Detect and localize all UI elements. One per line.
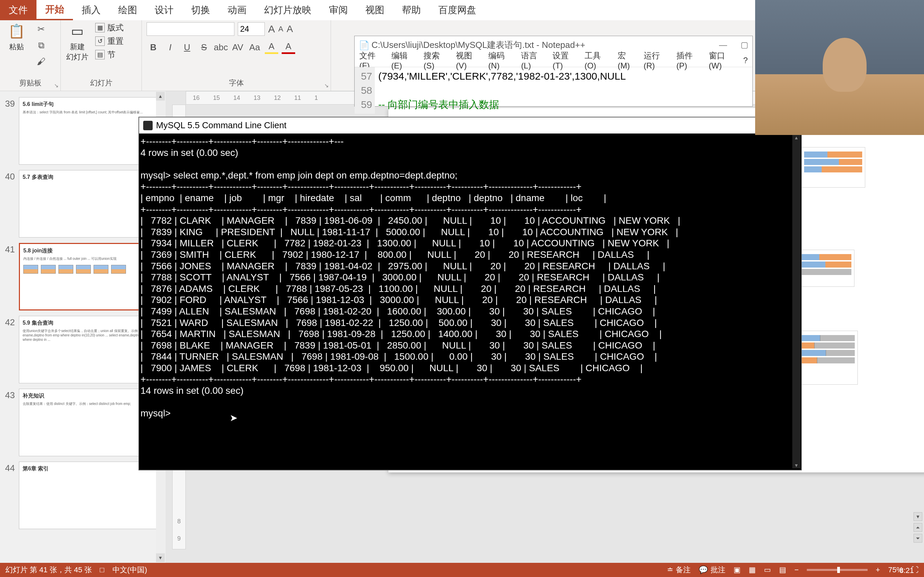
notepad-minimize-button[interactable]: —	[719, 40, 727, 50]
section-label: 节	[107, 49, 115, 60]
clear-format-button[interactable]: A	[287, 24, 293, 34]
ruler-tick: 8	[177, 518, 181, 525]
tab-transitions[interactable]: 切换	[183, 0, 219, 20]
tab-view[interactable]: 视图	[357, 0, 393, 20]
zoom-slider[interactable]	[807, 569, 867, 571]
paste-button[interactable]: 📋 粘贴	[5, 22, 28, 52]
thumbnail-number: 42	[2, 316, 19, 328]
tab-help[interactable]: 帮助	[393, 0, 430, 20]
ruler-tick: 15	[206, 95, 227, 102]
slide-fragment-3	[794, 331, 858, 385]
thumbnail-number: 40	[2, 170, 19, 182]
font-family-select[interactable]	[147, 22, 234, 36]
notepad-menu-item[interactable]: 运行(R)	[644, 50, 670, 71]
group-clipboard: 📋 粘贴 ✂ ⧉ 🖌 剪贴板 ↘	[0, 20, 61, 91]
zoom-in-button[interactable]: +	[876, 566, 880, 574]
strike-button[interactable]: S	[197, 40, 211, 54]
sorter-view-button[interactable]: ▦	[749, 566, 756, 574]
tab-animations[interactable]: 动画	[219, 0, 255, 20]
tab-file[interactable]: 文件	[0, 0, 37, 20]
notes-icon: ≐	[667, 566, 673, 574]
font-color-button[interactable]: A	[282, 40, 295, 54]
language-label[interactable]: 中文(中国)	[113, 565, 147, 575]
thumb-scroll-up[interactable]: ▲	[156, 92, 165, 100]
section-button[interactable]: ▤节	[95, 49, 124, 60]
zoom-out-button[interactable]: −	[794, 566, 799, 574]
thumbnail-body: 基本语法：select 字段列表 from 表名 limit [offset,]…	[23, 110, 157, 114]
underline-button[interactable]: U	[180, 40, 194, 54]
tab-slideshow[interactable]: 幻灯片放映	[255, 0, 320, 20]
scroll-up-icon[interactable]: ▲	[794, 135, 799, 141]
new-slide-icon: ▭	[69, 22, 86, 40]
thumb-scroll-down[interactable]: ▼	[156, 553, 165, 562]
layout-label: 版式	[107, 22, 124, 33]
tab-review[interactable]: 审阅	[320, 0, 357, 20]
notepad-maximize-button[interactable]: ▢	[741, 40, 748, 50]
normal-view-button[interactable]: ▣	[733, 566, 741, 574]
tab-baidu[interactable]: 百度网盘	[430, 0, 485, 20]
font-dialog-launcher[interactable]: ↘	[324, 82, 329, 89]
ruler-tick: 12	[267, 95, 288, 102]
thumbnail-number: 41	[2, 243, 19, 255]
mysql-terminal[interactable]: +--------+----------+------------+------…	[139, 134, 801, 470]
thumbnail-title: 5.9 集合查询	[23, 319, 157, 327]
cut-button[interactable]: ✂	[34, 22, 48, 36]
scroll-down-icon[interactable]: ▼	[794, 463, 799, 468]
new-slide-button[interactable]: ▭ 新建 幻灯片	[66, 22, 89, 62]
notepad-title-text: C:\Users\liuji\Desktop\MySQL建表语句.txt - N…	[372, 39, 585, 51]
notepad-window[interactable]: 📄 C:\Users\liuji\Desktop\MySQL建表语句.txt -…	[354, 36, 753, 106]
shrink-font-button[interactable]: A	[278, 25, 283, 34]
mysql-window[interactable]: MySQL 5.5 Command Line Client — ▢ +-----…	[139, 117, 802, 471]
prev-slide-button[interactable]: ⏶	[914, 523, 922, 532]
thumbnail-number: 39	[2, 97, 19, 109]
next-slide-button[interactable]: ⏷	[914, 534, 922, 543]
mysql-titlebar[interactable]: MySQL 5.5 Command Line Client — ▢	[139, 118, 801, 134]
tab-home[interactable]: 开始	[37, 0, 73, 20]
group-font: A A A B I U S abc AV Aa A A 字体 ↘	[142, 20, 331, 91]
tab-design[interactable]: 设计	[146, 0, 183, 20]
copy-button[interactable]: ⧉	[34, 39, 48, 52]
thumbnail-preview[interactable]: 第6章 索引	[19, 462, 161, 529]
reset-button[interactable]: ↺重置	[95, 36, 124, 47]
italic-button[interactable]: I	[163, 40, 177, 54]
bold-button[interactable]: B	[147, 40, 160, 54]
paste-label: 粘贴	[9, 42, 24, 52]
ruler-tick: 14	[227, 95, 247, 102]
comments-label: 批注	[711, 565, 725, 575]
notepad-menubar: 文件(F)编辑(E)搜索(S)视图(V)编码(N)语言(L)设置(T)工具(O)…	[355, 54, 753, 67]
layout-button[interactable]: ▦版式	[95, 22, 124, 33]
notepad-editor[interactable]: 575859 (7934,'MILLER','CLERK',7782,'1982…	[355, 67, 753, 114]
tab-insert[interactable]: 插入	[73, 0, 110, 20]
clipboard-dialog-launcher[interactable]: ↘	[54, 82, 58, 89]
notepad-menu-item[interactable]: 插件(P)	[677, 50, 702, 71]
grow-font-button[interactable]: A	[268, 23, 275, 35]
mysql-app-icon	[143, 121, 153, 130]
webcam-overlay	[755, 0, 924, 135]
ruler-tick: 11	[288, 95, 308, 102]
mysql-scrollbar[interactable]: ▲▼	[792, 135, 800, 468]
thumbnail-body: 去除重复结果：使用 distinct 关键字。示例：select distinc…	[23, 401, 157, 406]
spellcheck-icon[interactable]: □	[100, 566, 104, 574]
format-painter-button[interactable]: 🖌	[34, 55, 48, 68]
comments-button[interactable]: 💬批注	[699, 565, 725, 575]
thumbnail-body: 使用union关键字合并多个select结果集，自动去重；union all 保…	[23, 329, 157, 342]
notes-button[interactable]: ≐备注	[667, 565, 691, 575]
highlight-color-button[interactable]: A	[265, 40, 278, 54]
notepad-menu-item[interactable]: ?	[743, 56, 748, 65]
ruler-tick: 16	[186, 95, 206, 102]
tab-draw[interactable]: 绘图	[110, 0, 146, 20]
char-spacing-button[interactable]: AV	[231, 40, 244, 54]
notepad-menu-item[interactable]: 窗口(W)	[709, 50, 737, 71]
text-shadow-button[interactable]: abc	[214, 40, 228, 54]
font-size-select[interactable]	[238, 22, 265, 36]
reset-label: 重置	[107, 36, 124, 47]
reading-view-button[interactable]: ▭	[764, 566, 771, 574]
notepad-code[interactable]: (7934,'MILLER','CLERK',7782,'1982-01-23'…	[375, 67, 629, 114]
slideshow-view-button[interactable]: ▤	[779, 566, 786, 574]
canvas-scroll-down[interactable]: ▼	[914, 512, 922, 521]
slide-fragment-1	[801, 147, 865, 188]
change-case-button[interactable]: Aa	[248, 40, 262, 54]
thumbnail-title: 5.8 join连接	[23, 247, 157, 255]
notes-label: 备注	[676, 565, 691, 575]
new-slide-label: 新建 幻灯片	[66, 42, 89, 62]
